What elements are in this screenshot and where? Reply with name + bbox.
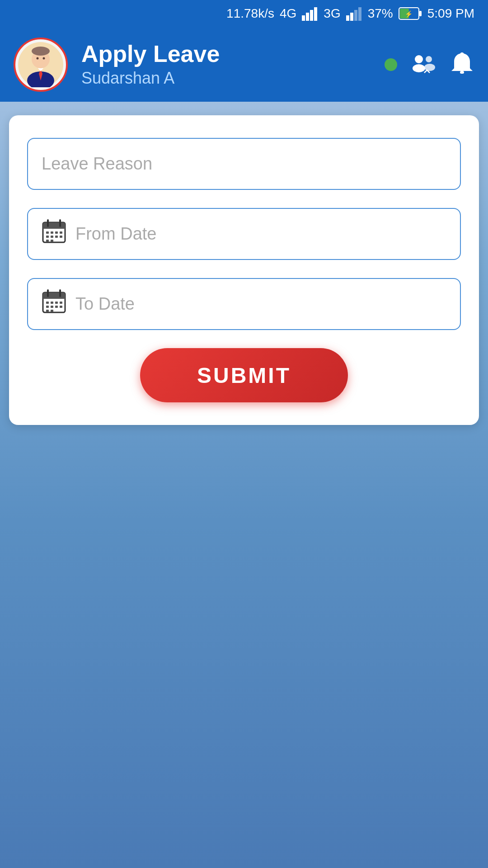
switch-users-icon[interactable] [410,51,437,78]
status-bar: 11.78k/s 4G 3G 37% ⚡ 5:09 PM [0,0,488,27]
svg-rect-7 [358,7,361,21]
svg-rect-48 [55,302,58,304]
from-date-field[interactable] [27,208,461,260]
svg-rect-35 [46,236,49,238]
svg-rect-34 [60,231,62,234]
svg-point-19 [43,57,45,59]
form-card: SUBMIT [9,115,479,425]
svg-rect-36 [51,236,53,238]
svg-point-22 [426,56,432,62]
from-date-input[interactable] [75,224,446,244]
to-date-input[interactable] [75,294,446,314]
svg-rect-37 [55,236,58,238]
leave-reason-input[interactable] [42,154,446,174]
battery-icon: ⚡ [399,7,422,20]
svg-rect-39 [46,240,49,242]
signal-3g: 3G [324,6,340,21]
to-date-field[interactable] [27,278,461,330]
svg-rect-5 [350,13,353,21]
svg-rect-1 [306,13,309,21]
svg-point-18 [37,57,39,59]
svg-rect-3 [314,7,317,21]
header-title-section: Apply Leave Sudarshan A [81,41,371,88]
svg-rect-2 [310,10,313,21]
battery-percent: 37% [368,6,393,21]
calendar-svg-2 [42,289,66,314]
svg-rect-31 [46,231,49,234]
user-name: Sudarshan A [81,69,371,88]
time: 5:09 PM [427,6,474,21]
signal-3g-icon [346,6,362,21]
svg-rect-32 [51,231,53,234]
svg-rect-51 [51,306,53,308]
svg-rect-28 [43,226,65,229]
network-speed: 11.78k/s [226,6,274,21]
svg-rect-49 [60,302,62,304]
svg-rect-10 [419,11,422,16]
svg-point-20 [415,55,423,63]
svg-rect-43 [43,296,65,299]
notification-icon[interactable] [450,51,474,78]
svg-rect-53 [60,306,62,308]
svg-point-21 [413,64,425,72]
submit-button[interactable]: SUBMIT [140,348,348,402]
svg-rect-46 [46,302,49,304]
svg-rect-50 [46,306,49,308]
svg-rect-24 [460,71,464,74]
svg-point-25 [460,52,464,56]
page-title: Apply Leave [81,41,371,67]
from-date-calendar-icon [42,219,66,249]
svg-text:⚡: ⚡ [404,10,413,18]
calendar-svg [42,219,66,244]
leave-reason-field[interactable] [27,138,461,190]
to-date-calendar-icon [42,289,66,319]
avatar [14,38,68,92]
svg-rect-52 [55,306,58,308]
svg-rect-33 [55,231,58,234]
header-actions [385,51,474,78]
svg-point-23 [424,64,435,71]
online-status-indicator [385,58,397,71]
svg-rect-4 [346,15,349,21]
svg-point-17 [32,47,50,56]
avatar-image [18,42,63,87]
svg-rect-6 [354,10,357,21]
svg-rect-47 [51,302,53,304]
svg-rect-0 [302,15,305,21]
network-type: 4G [280,6,296,21]
svg-rect-55 [51,310,53,312]
svg-rect-38 [60,236,62,238]
signal-4g-icon [302,6,318,21]
header: Apply Leave Sudarshan A [0,27,488,102]
svg-rect-54 [46,310,49,312]
svg-rect-40 [51,240,53,242]
